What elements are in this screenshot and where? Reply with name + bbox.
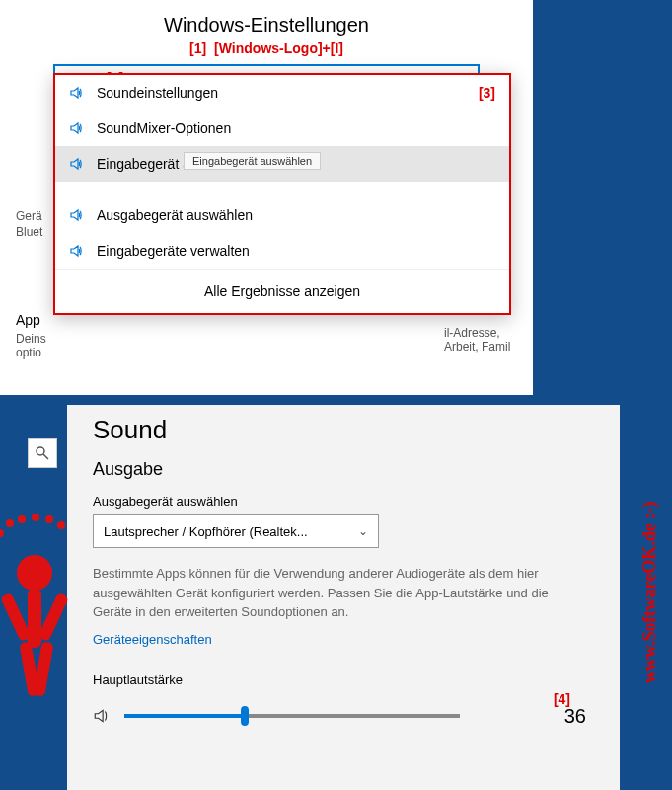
speaker-icon — [69, 85, 85, 101]
svg-rect-7 — [33, 641, 53, 696]
output-device-label: Ausgabegerät auswählen — [93, 494, 614, 509]
speaker-icon — [69, 207, 85, 223]
dropdown-item-3[interactable]: Ausgabegerät auswählen — [55, 198, 509, 233]
dropdown-item-label: Eingabegeräte verwalten — [97, 243, 250, 259]
svg-point-9 — [6, 519, 14, 527]
search-dropdown: [3] SoundeinstellungenSoundMixer-Optione… — [53, 73, 511, 315]
svg-line-1 — [43, 454, 48, 459]
speaker-icon — [69, 156, 85, 172]
sound-settings-panel: Sound Ausgabe Ausgabegerät auswählen Lau… — [67, 405, 620, 790]
search-icon-strip[interactable] — [28, 438, 57, 468]
svg-point-8 — [0, 529, 4, 537]
annotation-4: [4] — [554, 691, 570, 707]
speaker-icon — [69, 120, 85, 136]
decorative-red-figure — [0, 514, 89, 721]
svg-rect-5 — [37, 592, 69, 642]
annotation-3: [3] — [479, 85, 495, 101]
output-description: Bestimmte Apps können für die Verwendung… — [93, 564, 557, 622]
sound-title: Sound — [93, 415, 614, 445]
annotation-1-text: [Windows-Logo]+[I] — [214, 40, 343, 56]
device-properties-link[interactable]: Geräteeigenschaften — [93, 632, 614, 647]
tooltip: Eingabegerät auswählen — [184, 152, 321, 170]
output-section-title: Ausgabe — [93, 459, 614, 480]
svg-rect-4 — [0, 592, 32, 642]
svg-point-2 — [17, 555, 52, 591]
dropdown-show-all[interactable]: Alle Ergebnisse anzeigen — [55, 269, 509, 313]
volume-value: 36 — [564, 705, 586, 728]
svg-point-12 — [45, 515, 53, 523]
dropdown-item-label: Ausgabegerät auswählen — [97, 207, 253, 223]
annotation-1-tag: [1] — [189, 40, 206, 56]
volume-slider-thumb[interactable] — [241, 706, 249, 726]
dropdown-item-label: SoundMixer-Optionen — [97, 120, 231, 136]
bg-text-bluet: Bluet — [16, 225, 42, 239]
annotation-1: [1] [Windows-Logo]+[I] — [16, 40, 517, 56]
svg-point-11 — [32, 514, 39, 521]
output-device-value: Lautsprecher / Kopfhörer (Realtek... — [104, 524, 308, 539]
page-title: Windows-Einstellungen — [16, 14, 517, 37]
svg-point-0 — [37, 447, 44, 455]
dropdown-item-1[interactable]: SoundMixer-Optionen — [55, 111, 509, 146]
output-device-select[interactable]: Lautsprecher / Kopfhörer (Realtek... ⌄ — [93, 514, 379, 548]
search-icon — [35, 445, 50, 461]
chevron-down-icon: ⌄ — [358, 524, 368, 538]
watermark: www.SoftwareOK.de :-) — [635, 405, 664, 780]
dropdown-item-label: Soundeinstellungen — [97, 85, 218, 101]
bg-text-geraete: Gerä — [16, 209, 42, 223]
volume-slider[interactable] — [124, 714, 460, 718]
dropdown-item-4[interactable]: Eingabegeräte verwalten — [55, 233, 509, 269]
svg-point-10 — [18, 515, 26, 523]
svg-rect-3 — [28, 589, 41, 648]
bg-text-deins: Deins — [16, 332, 46, 346]
speaker-icon[interactable] — [93, 707, 111, 725]
master-volume-label: Hauptlautstärke — [93, 672, 614, 687]
bg-text-opti: optio — [16, 346, 41, 359]
bg-text-app: App — [16, 312, 40, 328]
volume-row: 36 — [93, 705, 614, 728]
svg-point-13 — [57, 521, 65, 529]
bg-text-iladr: il-Adresse, Arbeit, Famil — [444, 326, 510, 354]
dropdown-item-0[interactable]: Soundeinstellungen — [55, 75, 509, 111]
speaker-icon — [69, 243, 85, 259]
